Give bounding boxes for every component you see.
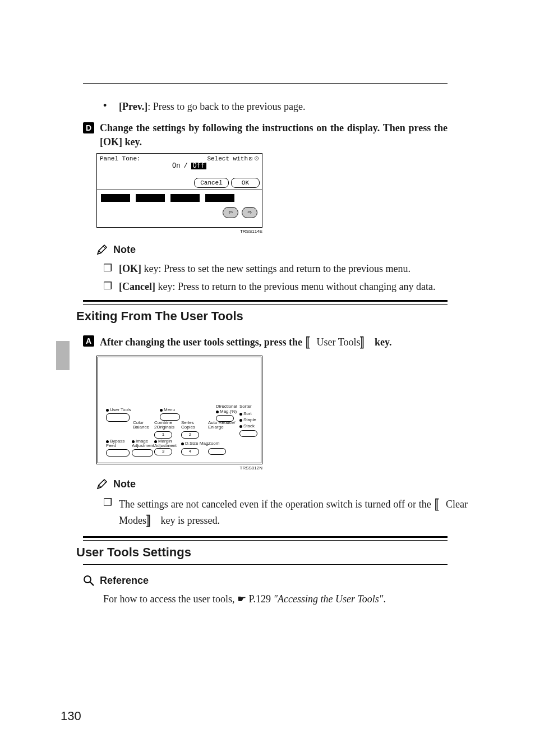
note-d1-text: key: Press to set the new settings and r… xyxy=(141,263,411,274)
prev-key-label: [Prev.] xyxy=(119,101,147,112)
step-number-d: D xyxy=(83,122,94,133)
ref-post: . xyxy=(383,593,386,605)
step-d-text-post: key. xyxy=(122,136,142,147)
ref-page: P.129 xyxy=(246,593,274,605)
figure-panel-tone: Panel Tone: Select with⦻⦼ On / Off Cance… xyxy=(96,153,262,228)
lbl-bypass: Bypass Feed xyxy=(106,439,124,448)
lbl-zoom: Zoom xyxy=(208,441,219,446)
step-number-a: A xyxy=(83,335,94,347)
lbl-mag: Mag.(%) xyxy=(220,409,237,414)
reference-heading: Reference xyxy=(83,575,448,588)
note-a-post: key is pressed. xyxy=(158,515,220,526)
lbl-staple: Staple xyxy=(243,417,256,422)
bullet-line: • [Prev.]: Press to go back to the previ… xyxy=(83,100,468,113)
note-d2-text: key: Press to return to the previous men… xyxy=(155,281,435,292)
page-number: 130 xyxy=(61,709,81,723)
key-zoom xyxy=(208,448,226,455)
note-bullet: ❒ xyxy=(103,262,113,274)
lbl-sort: Sort xyxy=(243,411,252,416)
lbl-series: Series Copies xyxy=(181,420,195,430)
key-sorter xyxy=(239,430,257,437)
lbl-image: Image Adjustment xyxy=(132,439,154,448)
figure1-code: TRSS114E xyxy=(96,229,262,234)
hw-slot xyxy=(101,194,130,202)
lcd-on: On xyxy=(172,163,180,169)
key-4: 4 xyxy=(181,448,199,455)
step-d: D Change the settings by following the i… xyxy=(83,121,448,149)
lcd-off: Off xyxy=(191,163,207,169)
lbl-margin: Margin Adjustment xyxy=(154,439,177,448)
left-arrow-button: ⇦ xyxy=(223,207,238,218)
step-d-text-pre: Change the settings by following the ins… xyxy=(100,122,448,133)
header-rule xyxy=(83,83,448,84)
note-heading-a: Note xyxy=(96,478,461,492)
note-heading-d: Note xyxy=(96,244,461,257)
note-d2-key: [Cancel] xyxy=(119,281,155,292)
step-a: A After changing the user tools settings… xyxy=(83,334,448,350)
bracket-close: 〛 xyxy=(146,514,158,527)
key-user-tools xyxy=(106,413,130,422)
svg-line-3 xyxy=(90,582,94,586)
lbl-menu: Menu xyxy=(164,407,175,412)
key-image xyxy=(132,449,153,457)
hw-slot xyxy=(205,194,234,202)
lbl-user-tools: User Tools xyxy=(110,407,131,412)
key-3: 3 xyxy=(154,448,172,455)
section-tab xyxy=(56,341,70,370)
note-label: Note xyxy=(113,244,136,256)
key-bypass xyxy=(106,449,130,457)
magnifier-icon xyxy=(83,575,94,588)
svg-line-0 xyxy=(103,246,105,248)
note-bullet: ❒ xyxy=(103,496,113,509)
note-d-item-2: ❒ [Cancel] key: Press to return to the p… xyxy=(103,280,468,293)
pencil-icon xyxy=(96,478,108,492)
arrow-icons: ⦻⦼ xyxy=(248,156,259,162)
prev-key-desc: : Press to go back to the previous page. xyxy=(147,101,305,112)
svg-point-2 xyxy=(84,576,91,583)
lcd-title: Panel Tone: xyxy=(100,155,141,162)
step-a-text-pre: After changing the user tools settings, … xyxy=(100,336,305,348)
bracket-open: 〚 xyxy=(305,335,317,348)
note-d1-key: [OK] xyxy=(119,263,141,274)
note-a-pre: The settings are not canceled even if th… xyxy=(119,499,434,510)
svg-line-1 xyxy=(103,481,105,483)
ref-pre: For how to access the user tools, xyxy=(103,593,237,605)
lbl-dsize: D.Size Mag. xyxy=(185,441,210,446)
bracket-open: 〚 xyxy=(434,497,446,510)
lcd-hint: Select with xyxy=(207,155,248,162)
pencil-icon xyxy=(96,244,108,257)
section-heading-settings: User Tools Settings xyxy=(76,545,448,560)
step-a-text-post: key. xyxy=(372,336,391,348)
ref-italic: "Accessing the User Tools" xyxy=(273,593,383,605)
lbl-color-balance: Color Balance xyxy=(133,420,149,430)
lbl-directional: Directional xyxy=(216,404,237,409)
bullet-dot: • xyxy=(103,100,113,112)
section-heading-exit: Exiting From The User Tools xyxy=(76,309,448,324)
note-bullet: ❒ xyxy=(103,280,113,292)
lcd-cancel-button: Cancel xyxy=(194,178,229,188)
key-2: 2 xyxy=(181,431,199,439)
lbl-auto: Auto Reduce/ Enlarge xyxy=(208,420,235,430)
see-pointer-icon: ☛ xyxy=(237,593,246,605)
lbl-stack: Stack xyxy=(243,423,255,428)
hw-slot xyxy=(136,194,165,202)
bracket-close: 〛 xyxy=(360,335,372,348)
note-d-item-1: ❒ [OK] key: Press to set the new setting… xyxy=(103,262,468,275)
right-arrow-button: ⇨ xyxy=(242,207,257,218)
note-label: Note xyxy=(113,478,136,490)
step-a-key-label: User Tools xyxy=(317,336,361,348)
figure-control-panel: User Tools Menu Directional Mag.(%) Sort… xyxy=(96,356,262,464)
lcd-ok-button: OK xyxy=(231,178,260,188)
reference-text: For how to access the user tools, ☛ P.12… xyxy=(103,593,448,605)
lbl-sorter: Sorter xyxy=(239,404,252,409)
figure2-code: TRSS012N xyxy=(96,465,262,471)
on-off-toggle: On / Off xyxy=(172,163,206,169)
step-d-ok: [OK] xyxy=(100,136,122,147)
note-a-item: ❒ The settings are not canceled even if … xyxy=(103,496,468,528)
lbl-combine: Combine 2Originals xyxy=(154,420,174,430)
key-1: 1 xyxy=(154,431,172,439)
hw-slot xyxy=(170,194,200,202)
reference-label: Reference xyxy=(100,575,149,587)
